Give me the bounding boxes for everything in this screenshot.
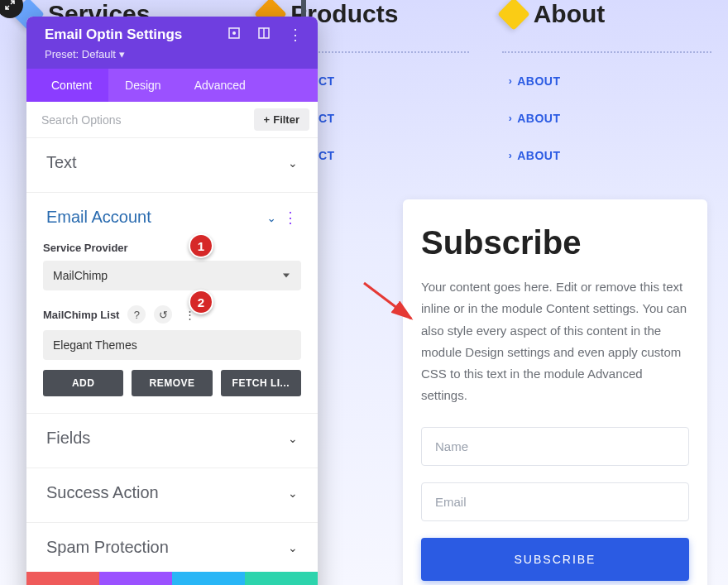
remove-button[interactable]: REMOVE — [132, 370, 212, 396]
add-button[interactable]: ADD — [43, 370, 123, 396]
help-icon[interactable]: ? — [127, 305, 146, 324]
email-optin-settings-panel: Email Optin Settings ⋮ Preset: Default▾ … — [26, 17, 318, 585]
close-icon: ✖ — [58, 583, 69, 586]
about-link[interactable]: ›ABOUT — [509, 149, 711, 162]
search-options-input[interactable] — [41, 113, 254, 127]
expand-icon[interactable] — [228, 27, 240, 42]
more-icon[interactable]: ⋮ — [288, 27, 303, 42]
annotation-badge-1: 1 — [189, 233, 213, 258]
undo-icon: ↺ — [131, 583, 141, 586]
subscribe-module: Subscribe Your content goes here. Edit o… — [403, 199, 707, 585]
subscribe-title: Subscribe — [421, 224, 689, 261]
fetch-lists-button[interactable]: FETCH LI... — [221, 370, 301, 396]
subscribe-email-input[interactable] — [421, 482, 689, 521]
about-link[interactable]: ›ABOUT — [509, 112, 711, 125]
chevron-right-icon: › — [509, 150, 513, 161]
chevron-up-icon: ⌃ — [266, 211, 276, 224]
tab-design[interactable]: Design — [108, 69, 178, 102]
redo-button[interactable]: ↻ — [172, 572, 245, 585]
chevron-right-icon: › — [509, 113, 513, 124]
section-success-action[interactable]: Success Action ⌄ — [43, 468, 301, 517]
section-options-icon[interactable]: ⋮ — [283, 209, 298, 227]
service-provider-select[interactable]: MailChimp — [43, 261, 301, 290]
reset-icon[interactable]: ↺ — [154, 305, 172, 324]
chevron-down-icon: ⌄ — [288, 541, 298, 554]
preset-dropdown[interactable]: Preset: Default▾ — [45, 48, 303, 60]
save-button[interactable]: ✔ — [245, 572, 318, 585]
tab-content[interactable]: Content — [26, 69, 108, 102]
chevron-down-icon: ⌄ — [288, 156, 298, 170]
section-spam-protection[interactable]: Spam Protection ⌄ — [43, 523, 301, 572]
cancel-button[interactable]: ✖ — [26, 572, 99, 585]
about-icon — [497, 0, 530, 31]
chevron-right-icon: › — [509, 75, 513, 87]
panel-title: Email Optin Settings — [45, 26, 228, 43]
subscribe-body: Your content goes here. Edit or remove t… — [421, 276, 689, 407]
subscribe-button[interactable]: SUBSCRIBE — [421, 538, 689, 581]
section-email-account[interactable]: Email Account ⌃ ⋮ — [43, 193, 301, 242]
section-fields[interactable]: Fields ⌄ — [43, 414, 301, 463]
chevron-down-icon: ⌄ — [288, 432, 298, 445]
plus-icon: + — [264, 113, 271, 126]
filter-button[interactable]: +Filter — [254, 108, 309, 131]
annotation-badge-2: 2 — [189, 290, 213, 314]
undo-button[interactable]: ↺ — [99, 572, 172, 585]
panel-tabs: Content Design Advanced — [26, 69, 318, 102]
service-provider-label: Service Provider — [43, 242, 301, 254]
caret-down-icon: ▾ — [119, 48, 125, 60]
svg-point-2 — [232, 31, 236, 35]
section-text[interactable]: Text ⌄ — [43, 138, 301, 187]
divider — [502, 51, 711, 53]
redo-icon: ↻ — [204, 583, 214, 586]
about-heading: About — [502, 0, 711, 28]
tab-advanced[interactable]: Advanced — [178, 69, 262, 102]
mailchimp-list-input[interactable] — [43, 330, 301, 360]
about-link[interactable]: ›ABOUT — [509, 74, 711, 88]
about-heading-text: About — [534, 0, 606, 28]
wireframe-icon[interactable] — [258, 27, 270, 42]
chevron-down-icon: ⌄ — [288, 487, 298, 500]
subscribe-name-input[interactable] — [421, 427, 689, 466]
check-icon: ✔ — [276, 583, 287, 586]
mailchimp-list-label: MailChimp List — [43, 309, 119, 321]
